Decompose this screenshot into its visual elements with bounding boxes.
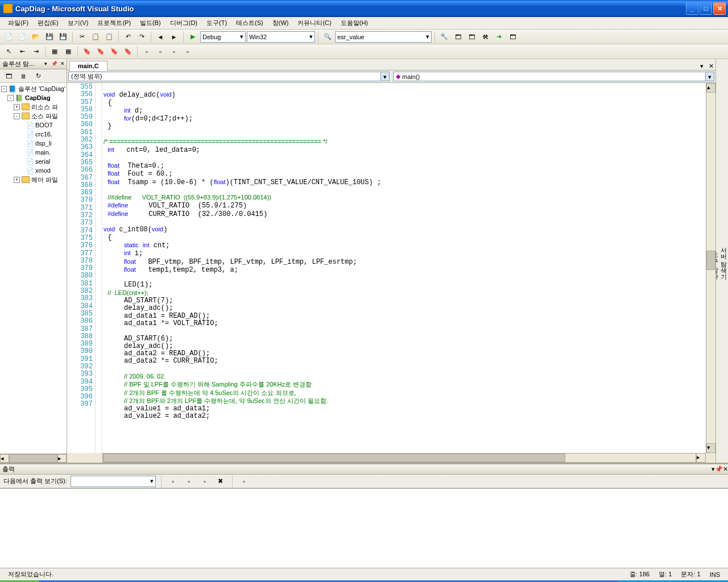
bookmark-next-icon[interactable]: 🔖 <box>108 45 121 58</box>
bookmark-icon[interactable]: 🔖 <box>81 45 93 58</box>
tool3-icon[interactable]: 🗔 <box>465 31 478 43</box>
pin-icon[interactable]: 📌 <box>715 465 723 473</box>
tree-file-item[interactable]: 📄xmod <box>1 166 65 175</box>
uncomment-icon[interactable]: ▦ <box>62 45 75 58</box>
menu-item[interactable]: 창(W) <box>268 18 293 28</box>
add-item-icon[interactable]: 📄 <box>16 31 28 43</box>
open-icon[interactable]: 📂 <box>30 31 42 43</box>
maximize-button[interactable]: □ <box>700 2 712 15</box>
output-tool2-icon[interactable]: ▫ <box>183 475 195 488</box>
output-text[interactable] <box>0 488 728 568</box>
menu-item[interactable]: 보기(V) <box>63 18 93 28</box>
properties-icon[interactable]: 🗔 <box>2 70 15 82</box>
close-pane-icon[interactable]: ✕ <box>59 60 67 68</box>
project-icon: 📗 <box>15 94 23 102</box>
bookmark-clear-icon[interactable]: 🔖 <box>122 45 134 58</box>
close-pane-icon[interactable]: ✕ <box>723 465 728 473</box>
tree-file-item[interactable]: 📄serial <box>1 157 65 166</box>
start-debug-icon[interactable]: ▶ <box>187 31 199 43</box>
editor-area: main.C ▾ ✕ (전역 범위)▾ ◆ main()▾ 355 356 35… <box>67 59 715 463</box>
indent-right-icon[interactable]: ⇥ <box>30 45 42 58</box>
tree-file-item[interactable]: 📄crc16. <box>1 130 65 139</box>
menu-bar: 파일(F)편집(E)보기(V)프로젝트(P)빌드(B)디버그(D)도구(T)테스… <box>0 17 728 30</box>
line-number-gutter: 355 356 357 358 359 360 361 362 363 364 … <box>67 83 96 453</box>
save-icon[interactable]: 💾 <box>43 31 56 43</box>
scope-dropdown[interactable]: (전역 범위)▾ <box>68 72 390 81</box>
menu-item[interactable]: 디버그(D) <box>166 18 202 28</box>
misc2-icon[interactable]: ▫ <box>154 45 167 58</box>
pin-icon[interactable]: 📌 <box>50 60 58 68</box>
menu-item[interactable]: 프로젝트(P) <box>93 18 135 28</box>
indent-left-icon[interactable]: ⇤ <box>16 45 28 58</box>
menu-item[interactable]: 도구(T) <box>202 18 231 28</box>
tab-close-icon[interactable]: ✕ <box>706 63 715 70</box>
cursor-icon[interactable]: ↖ <box>2 45 15 58</box>
solution-explorer-panel: 솔루션 탐... ▾ 📌 ✕ 🗔 🗎 ↻ -📘 솔루션 'CapDiag' -📗… <box>0 59 67 463</box>
nav-fwd-icon[interactable]: ► <box>168 31 180 43</box>
bookmark-prev-icon[interactable]: 🔖 <box>94 45 107 58</box>
solution-tree[interactable]: -📘 솔루션 'CapDiag' -📗 CapDiag +리소스 파 -소스 파… <box>0 83 67 454</box>
misc1-icon[interactable]: ▫ <box>140 45 153 58</box>
comment-icon[interactable]: ▦ <box>48 45 61 58</box>
new-project-icon[interactable]: 📄 <box>2 31 15 43</box>
undo-icon[interactable]: ↶ <box>122 31 134 43</box>
nav-back-icon[interactable]: ◄ <box>154 31 167 43</box>
menu-item[interactable]: 빌드(B) <box>135 18 166 28</box>
insert-mode: INS <box>705 571 725 578</box>
refresh-icon[interactable]: ↻ <box>32 70 44 82</box>
output-panel: 출력 ▾ 📌 ✕ 다음에서 출력 보기(S): ▾ ▫ ▫ ▫ ✖ ▫ <box>0 463 728 568</box>
tree-file-item[interactable]: 📄main. <box>1 148 65 157</box>
menu-item[interactable]: 도움말(H) <box>336 18 373 28</box>
vertical-scrollbar[interactable]: ▴▾ <box>706 83 715 453</box>
find-icon[interactable]: 🔍 <box>321 31 334 43</box>
tool2-icon[interactable]: 🗔 <box>452 31 464 43</box>
tab-dropdown-icon[interactable]: ▾ <box>697 63 706 70</box>
menu-item[interactable]: 편집(E) <box>33 18 63 28</box>
file-tab[interactable]: main.C <box>69 61 107 70</box>
misc4-icon[interactable]: ▫ <box>181 45 194 58</box>
cpp-file-icon: 📄 <box>26 140 34 147</box>
outline-margin[interactable] <box>96 83 102 453</box>
menu-item[interactable]: 파일(F) <box>3 18 33 28</box>
cpp-file-icon: 📄 <box>26 122 34 129</box>
paste-icon[interactable]: 📋 <box>103 31 115 43</box>
misc3-icon[interactable]: ▫ <box>168 45 180 58</box>
horizontal-scrollbar[interactable]: ▸ <box>67 453 715 463</box>
window-titlebar: CapDiag - Microsoft Visual Studio _ □ ✕ <box>0 0 728 17</box>
member-dropdown[interactable]: ◆ main()▾ <box>393 72 714 81</box>
output-source-dropdown[interactable]: ▾ <box>71 476 156 487</box>
dropdown-icon[interactable]: ▾ <box>42 60 49 68</box>
tree-file-item[interactable]: 📄dsp_li <box>1 139 65 148</box>
tool5-icon[interactable]: ➜ <box>493 31 505 43</box>
tool4-icon[interactable]: 🛠 <box>479 31 491 43</box>
output-title: 출력 <box>2 465 15 473</box>
copy-icon[interactable]: 📋 <box>89 31 102 43</box>
close-button[interactable]: ✕ <box>713 2 726 15</box>
output-wrap-icon[interactable]: ▫ <box>238 475 250 488</box>
output-clear-icon[interactable]: ✖ <box>214 475 227 488</box>
document-tabs: main.C ▾ ✕ <box>67 59 715 70</box>
solution-explorer-header[interactable]: 솔루션 탐... ▾ 📌 ✕ <box>0 59 67 69</box>
config-dropdown[interactable]: Debug▾ <box>200 31 246 43</box>
redo-icon[interactable]: ↷ <box>135 31 148 43</box>
menu-item[interactable]: 커뮤니티(C) <box>293 18 336 28</box>
platform-dropdown[interactable]: Win32▾ <box>247 31 315 43</box>
tool-icon[interactable]: 🔧 <box>438 31 450 43</box>
output-tool3-icon[interactable]: ▫ <box>198 475 211 488</box>
code-editor[interactable]: void delay_adc(void) { int d; for(d=0;d<… <box>102 83 706 453</box>
server-explorer-tab[interactable]: 서버 탐색기 <box>719 61 728 457</box>
output-tool1-icon[interactable]: ▫ <box>167 475 179 488</box>
tool6-icon[interactable]: 🗔 <box>506 31 519 43</box>
horizontal-scrollbar[interactable]: ◂ ▸ <box>0 454 67 463</box>
right-dock-tabs[interactable]: 서버 탐색기 도구 상자 <box>715 59 728 463</box>
minimize-button[interactable]: _ <box>686 2 698 15</box>
save-all-icon[interactable]: 💾 <box>57 31 69 43</box>
show-all-icon[interactable]: 🗎 <box>17 70 30 82</box>
find-combo[interactable]: esr_value▾ <box>335 31 432 43</box>
standard-toolbar: 📄 📄 📂 💾 💾 ✂ 📋 📋 ↶ ↷ ◄ ► ▶ Debug▾ Win32▾ … <box>0 30 728 44</box>
cpp-file-icon: 📄 <box>26 149 34 156</box>
tree-file-item[interactable]: 📄BOOT <box>1 120 65 130</box>
cut-icon[interactable]: ✂ <box>76 31 88 43</box>
solution-icon: 📘 <box>9 85 16 93</box>
menu-item[interactable]: 테스트(S) <box>231 18 268 28</box>
